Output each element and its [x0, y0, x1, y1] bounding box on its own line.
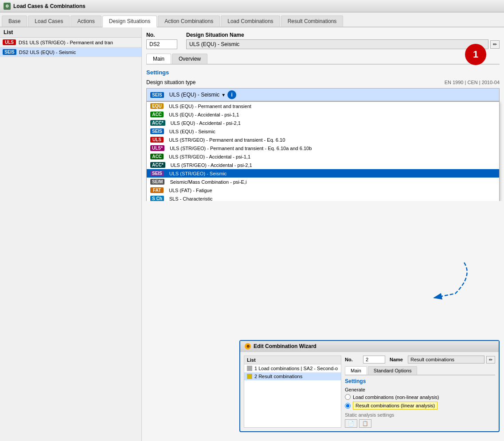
tab-resultcombinations[interactable]: Result Combinations — [281, 15, 344, 27]
badge-uls-row: ULS — [150, 137, 164, 143]
dropdown-item-acc-str1[interactable]: ACC ULS (STR/GEO) - Accidental - psi-1,1 — [147, 152, 499, 161]
window-title: Load Cases & Combinations — [13, 3, 86, 9]
dropdown-item-text: ULS (STR/GEO) - Permanent and transient … — [170, 146, 312, 151]
dropdown-item-text: ULS (STR/GEO) - Seismic — [169, 171, 227, 176]
dropdown-item-text: ULS (EQU) - Accidental - psi-1,1 — [169, 112, 239, 117]
right-panel-wrapper: No. Design Situation Name ✏ Main Overvie… — [142, 27, 504, 441]
info-button[interactable]: i — [227, 90, 236, 99]
badge-acc-str1: ACC — [150, 154, 164, 159]
no-label: No. — [146, 32, 177, 38]
dropdown-open: EQU ULS (EQU) - Permanent and transient … — [146, 101, 500, 201]
design-situation-name-input[interactable] — [186, 39, 488, 49]
dropdown-item-uls-star[interactable]: ULS* ULS (STR/GEO) - Permanent and trans… — [147, 144, 499, 152]
badge-sem: SE/M — [150, 179, 164, 185]
list-header: List — [0, 27, 141, 38]
tab-actioncombinations[interactable]: Action Combinations — [158, 15, 220, 27]
design-situation-name-label: Design Situation Name — [186, 32, 500, 38]
dropdown-item-equ[interactable]: EQU ULS (EQU) - Permanent and transient — [147, 102, 499, 110]
dropdown-item-text: Seismic/Mass Combination - psi-E,i — [170, 179, 246, 185]
badge-acc1: ACC — [150, 112, 164, 117]
design-situation-type-label: Design situation type — [146, 79, 226, 85]
tab-actions[interactable]: Actions — [70, 15, 101, 27]
dropdown-selected-text: ULS (EQU) - Seismic — [169, 92, 219, 98]
annotation-circle-1: 1 — [465, 44, 486, 65]
badge-uls-star: ULS* — [150, 145, 164, 151]
badge-fat: FAT — [150, 187, 164, 193]
dropdown-item-text: ULS (EQU) - Seismic — [169, 129, 215, 134]
no-input[interactable] — [146, 39, 177, 49]
dropdown-item-fat[interactable]: FAT ULS (FAT) - Fatigue — [147, 186, 499, 194]
tab-base[interactable]: Base — [2, 15, 27, 27]
dropdown-item-seis-str[interactable]: SEIS ULS (STR/GEO) - Seismic — [147, 169, 499, 178]
inner-tab-bar: Main Overview — [146, 54, 500, 65]
title-bar: ⚙ Load Cases & Combinations — [0, 0, 504, 12]
chevron-down-icon: ▼ — [221, 93, 226, 97]
inner-tab-main[interactable]: Main — [146, 54, 171, 64]
dropdown-item-text: ULS (STR/GEO) - Permanent and transient … — [169, 137, 285, 143]
edit-name-button[interactable]: ✏ — [490, 40, 500, 49]
main-tab-bar: Base Load Cases Actions Design Situation… — [0, 12, 504, 27]
no-label-group: No. — [146, 32, 177, 49]
app-icon: ⚙ — [4, 3, 11, 10]
dropdown-item-text: SLS - Characteristic — [169, 196, 213, 201]
left-panel: List ULS DS1 ULS (STR/GEO) - Permanent a… — [0, 27, 142, 441]
badge-seis: SEIS — [3, 49, 16, 55]
badge-seis-equ: SEIS — [150, 128, 164, 134]
right-panel: No. Design Situation Name ✏ Main Overvie… — [142, 27, 504, 201]
dropdown-item-acc2[interactable]: ACC* ULS (EQU) - Accidental - psi-2,1 — [147, 119, 499, 127]
dropdown-item-acc-str2[interactable]: ACC* ULS (STR/GEO) - Accidental - psi-2,… — [147, 161, 499, 169]
dropdown-item-uls[interactable]: ULS ULS (STR/GEO) - Permanent and transi… — [147, 135, 499, 144]
dropdown-selected[interactable]: SEIS ULS (EQU) - Seismic ▼ i — [146, 88, 500, 101]
dropdown-item-sem[interactable]: SE/M Seismic/Mass Combination - psi-E,i — [147, 178, 499, 186]
badge-sch: S Ch — [150, 196, 164, 201]
dropdown-item-text: ULS (STR/GEO) - Accidental - psi-1,1 — [169, 154, 250, 159]
name-label-group: Design Situation Name ✏ — [186, 32, 500, 49]
tab-loadcases[interactable]: Load Cases — [28, 15, 70, 27]
inner-tab-overview[interactable]: Overview — [172, 54, 207, 64]
tab-designsituations[interactable]: Design Situations — [102, 15, 157, 27]
list-item[interactable]: ULS DS1 ULS (STR/GEO) - Permanent and tr… — [0, 38, 141, 47]
list-item-selected[interactable]: SEIS DS2 ULS (EQU) - Seismic — [0, 47, 141, 57]
design-situation-type-row: Design situation type EN 1990 | CEN | 20… — [146, 79, 500, 85]
dropdown-wrapper: SEIS ULS (EQU) - Seismic ▼ i EQU ULS (EQ… — [146, 88, 500, 101]
norm-text: EN 1990 | CEN | 2010-04 — [445, 80, 500, 85]
dropdown-item-acc1[interactable]: ACC ULS (EQU) - Accidental - psi-1,1 — [147, 110, 499, 119]
badge-seis-str: SEIS — [150, 170, 164, 176]
dropdown-item-text: ULS (EQU) - Permanent and transient — [169, 104, 251, 109]
list-item-text-2: DS2 ULS (EQU) - Seismic — [19, 50, 76, 55]
dropdown-item-text: ULS (STR/GEO) - Accidental - psi-2,1 — [171, 162, 252, 168]
dropdown-item-sch[interactable]: S Ch SLS - Characteristic — [147, 194, 499, 201]
dropdown-item-text: ULS (FAT) - Fatigue — [169, 188, 212, 193]
list-item-text: DS1 ULS (STR/GEO) - Permanent and tran — [19, 40, 113, 45]
dropdown-item-text: ULS (EQU) - Accidental - psi-2,1 — [171, 120, 241, 126]
dropdown-item-seis-equ[interactable]: SEIS ULS (EQU) - Seismic — [147, 127, 499, 135]
badge-acc2: ACC* — [150, 120, 165, 126]
badge-equ: EQU — [150, 103, 164, 109]
settings-title: Settings — [146, 69, 500, 76]
dropdown-selected-badge: SEIS — [150, 92, 164, 98]
badge-uls: ULS — [3, 39, 16, 45]
main-area: List ULS DS1 ULS (STR/GEO) - Permanent a… — [0, 27, 504, 441]
tab-loadcombinations[interactable]: Load Combinations — [221, 15, 280, 27]
badge-acc-str2: ACC* — [150, 162, 165, 168]
